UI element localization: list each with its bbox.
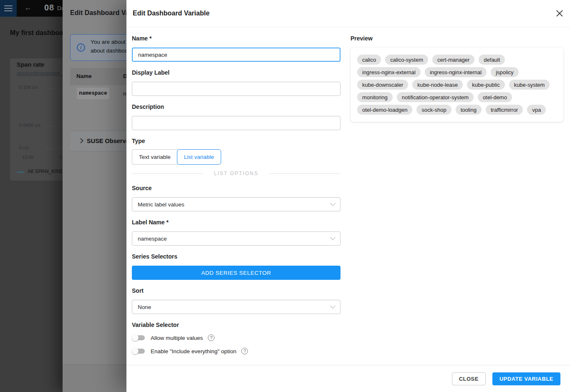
type-list-variable-button[interactable]: List variable [177,149,221,165]
preview-chip: kube-public [467,80,505,90]
preview-chip: kube-system [509,80,550,90]
close-button[interactable]: CLOSE [452,372,486,385]
label-name-label: Label Name * [132,219,169,226]
close-icon[interactable] [556,10,563,17]
chevron-down-icon [330,201,335,206]
modal-header: Edit Dashboard Variable [126,0,570,27]
chevron-right-icon [78,138,83,143]
preview-card: calico calico-system cert-manager defaul… [351,48,563,122]
preview-chip: otel-demo [478,92,512,102]
preview-chip: default [479,55,505,65]
toggle-label: Enable "Include everything" option [151,348,236,354]
modal-footer: CLOSE UPDATE VARIABLE [126,365,570,392]
display-label-input[interactable] [132,82,340,96]
chevron-down-icon [330,303,335,309]
preview-chip: otel-demo-loadgen [357,105,412,115]
column-header-name: Name [76,73,92,79]
series-selectors-label: Series Selectors [132,253,177,260]
hamburger-menu-icon[interactable] [0,0,17,17]
sort-select-value: None [138,304,331,310]
source-select[interactable]: Metric label values [132,197,340,211]
sort-label: Sort [132,287,144,294]
preview-chip: tooling [456,105,482,115]
name-label: Name * [132,35,151,42]
add-series-selector-button[interactable]: ADD SERIES SELECTOR [132,266,340,280]
edit-variable-modal: Edit Dashboard Variable Name * Display L… [126,0,570,392]
type-text-variable-button[interactable]: Text variable [132,149,178,165]
panel-title: Span rate [17,61,44,68]
preview-chip: monitoring [357,92,393,102]
source-label: Source [132,185,151,191]
type-toggle-group: Text variable List variable [132,149,221,165]
update-variable-button[interactable]: UPDATE VARIABLE [492,372,560,385]
variable-row-cell: n [123,90,126,97]
y-axis-tick: 0.0400 c/s [19,123,40,128]
preview-chip: notification-operator-system [397,92,474,102]
expander-label: SUSE Observab [87,138,133,144]
preview-chip: kube-downscaler [357,80,408,90]
allow-multiple-values-row: Allow multiple values ? [132,334,214,342]
chevron-down-icon [330,235,335,240]
preview-chip: ingress-nginx-internal [425,67,487,77]
include-everything-toggle[interactable] [132,347,146,355]
type-label: Type [132,138,145,144]
info-icon: i [77,43,85,52]
x-axis-tick: 13:06 [22,155,34,160]
description-label: Description [132,103,164,110]
label-name-select[interactable]: namespace [132,231,340,246]
preview-chip: ingress-nginx-external [357,67,421,77]
help-icon[interactable]: ? [241,348,248,354]
preview-chip: kube-node-lease [412,80,463,90]
sort-select[interactable]: None [132,300,340,314]
preview-chip: sock-shop [416,105,451,115]
toggle-label: Allow multiple values [151,335,203,341]
preview-chip: trafficmirror [486,105,523,115]
preview-chip: jspolicy [491,67,519,77]
y-axis-tick: 0 c/s [19,145,29,150]
allow-multiple-values-toggle[interactable] [132,334,146,342]
variable-selector-label: Variable Selector [132,322,179,328]
screen: ← 08 Da My first dashboard Span rate acc… [0,0,570,392]
legend-line-swatch [17,171,24,173]
list-options-divider-label: LIST OPTIONS [203,171,269,176]
label-name-select-value: namespace [138,236,331,242]
alert-text-line1: You are about t [91,39,129,45]
modal-title: Edit Dashboard Variable [133,10,209,17]
background-dialog-title: Edit Dashboard Var [70,9,132,17]
y-axis-tick: 0.108 c/s [19,85,38,90]
page-title: My first dashboard [10,29,70,37]
source-select-value: Metric label values [138,201,331,208]
alert-text-line2: about dashboa [91,48,128,54]
preview-chip: calico [357,55,381,65]
app-logo: 08 [44,3,54,13]
variable-name-chip[interactable]: namespace [77,88,109,99]
preview-chip: calico-system [385,55,428,65]
name-input[interactable] [132,48,340,62]
display-label-label: Display Label [132,69,169,76]
help-icon[interactable]: ? [208,334,214,341]
preview-chip: vpa [527,105,546,115]
list-options-divider: LIST OPTIONS [132,170,340,177]
legend-label[interactable]: All SPAN_KIND_ [28,168,67,174]
preview-label: Preview [351,35,373,42]
include-everything-row: Enable "Include everything" option ? [132,347,248,355]
panel-query-link[interactable]: accountingservice_ [17,70,63,76]
back-arrow-icon[interactable]: ← [24,3,32,12]
preview-chip: cert-manager [432,55,474,65]
description-input[interactable] [132,116,340,130]
